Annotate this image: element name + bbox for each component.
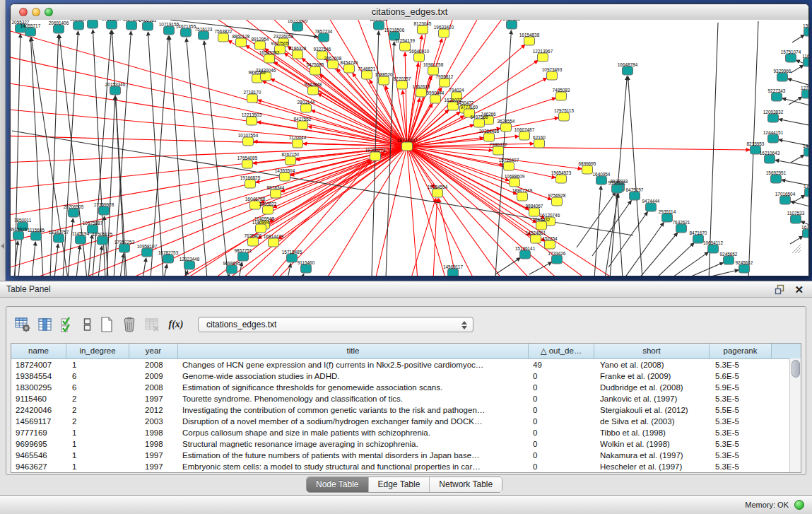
column-header[interactable]: △ out_de… — [529, 344, 594, 358]
graph-node[interactable] — [227, 265, 237, 274]
graph-node[interactable] — [271, 189, 281, 198]
graph-node[interactable] — [517, 192, 528, 201]
graph-node[interactable] — [374, 21, 384, 30]
graph-node[interactable] — [559, 112, 570, 121]
graph-node[interactable] — [301, 264, 312, 273]
selection-mode-icon[interactable] — [60, 317, 76, 332]
graph-node[interactable] — [269, 238, 279, 247]
graph-node[interactable] — [25, 28, 36, 36]
graph-node[interactable] — [119, 244, 130, 252]
graph-node[interactable] — [379, 76, 389, 85]
graph-node[interactable] — [771, 175, 782, 183]
graph-node[interactable] — [520, 250, 531, 259]
graph-node[interactable] — [676, 224, 687, 233]
graph-node[interactable] — [418, 25, 428, 34]
graph-node[interactable] — [242, 160, 253, 168]
graph-node[interactable] — [181, 28, 192, 37]
network-file-select[interactable]: citations_edges.txt — [198, 317, 473, 332]
create-column-icon[interactable] — [99, 317, 114, 332]
graph-node[interactable] — [142, 248, 153, 257]
resize-grip-icon[interactable] — [798, 250, 801, 253]
graph-node[interactable] — [531, 235, 541, 243]
table-row[interactable]: 1456911722003Disruption of a novel membe… — [11, 416, 801, 427]
graph-node[interactable] — [804, 58, 809, 66]
table-settings-icon[interactable] — [15, 317, 30, 332]
graph-node[interactable] — [439, 29, 449, 37]
graph-node[interactable] — [319, 33, 329, 42]
graph-node[interactable] — [286, 156, 296, 165]
column-header[interactable]: in_degree — [66, 344, 129, 358]
graph-node[interactable] — [739, 264, 750, 273]
graph-node[interactable] — [630, 192, 640, 200]
graph-node[interactable] — [308, 86, 319, 95]
graph-node[interactable] — [510, 178, 520, 187]
graph-node[interactable] — [88, 20, 98, 28]
graph-node[interactable] — [805, 188, 809, 197]
table-row[interactable]: 1830029562008Estimation of significance … — [11, 382, 801, 393]
graph-node[interactable] — [440, 78, 450, 87]
graph-node[interactable] — [218, 33, 229, 42]
graph-node[interactable] — [163, 255, 174, 263]
graph-node[interactable] — [791, 215, 801, 223]
float-panel-icon[interactable] — [775, 284, 785, 295]
graph-node[interactable] — [310, 66, 321, 75]
delete-columns-icon[interactable] — [122, 317, 137, 332]
window-titlebar[interactable]: citations_edges.txt — [11, 4, 808, 21]
citation-graph[interactable]: 1872400775638228860128891295423226058932… — [11, 20, 808, 276]
table-row[interactable]: 1938455462009Genome-wide association stu… — [11, 370, 801, 382]
graph-node[interactable] — [430, 95, 441, 103]
graph-node[interactable] — [13, 231, 24, 240]
graph-node[interactable] — [556, 92, 567, 100]
graph-node[interactable] — [545, 240, 555, 249]
graph-node[interactable] — [474, 119, 485, 127]
graph-node[interactable] — [344, 64, 355, 73]
graph-node[interactable] — [370, 152, 381, 160]
graph-node[interactable] — [768, 114, 779, 122]
graph-node[interactable] — [529, 208, 540, 216]
graph-node[interactable] — [107, 21, 117, 29]
graph-node[interactable] — [765, 155, 775, 163]
graph-node[interactable] — [804, 148, 809, 156]
table-row[interactable]: 1872400712008Changes of HCN gene express… — [11, 359, 801, 370]
splitter-handle-icon[interactable] — [1, 243, 4, 249]
graph-node[interactable] — [804, 28, 809, 36]
graph-node[interactable] — [263, 206, 273, 214]
vertical-scrollbar[interactable] — [789, 358, 801, 472]
table-row[interactable]: 911546021997Tourette syndrome. Phenomeno… — [11, 393, 801, 404]
graph-node[interactable] — [556, 175, 567, 183]
tab-node-table[interactable]: Node Table — [307, 477, 368, 492]
graph-node[interactable] — [777, 73, 788, 81]
table-row[interactable]: 946554611997Estimation of the future num… — [11, 450, 801, 461]
graph-node[interactable] — [693, 235, 704, 243]
graph-node[interactable] — [582, 165, 593, 174]
graph-node[interactable] — [802, 90, 809, 98]
network-canvas[interactable]: 1872400775638228860128891295423226058932… — [11, 20, 808, 276]
graph-node[interactable] — [402, 142, 413, 151]
tab-edge-table[interactable]: Edge Table — [368, 477, 430, 492]
column-header[interactable]: short — [594, 344, 710, 358]
graph-node[interactable] — [245, 180, 256, 188]
scrollbar-thumb[interactable] — [792, 360, 800, 378]
column-header[interactable]: name — [11, 344, 66, 358]
graph-node[interactable] — [504, 162, 514, 170]
graph-node[interactable] — [484, 133, 495, 141]
graph-node[interactable] — [184, 261, 195, 269]
table-row[interactable]: 977716911998Corpus callosum shape and si… — [11, 427, 801, 438]
graph-node[interactable] — [780, 196, 791, 204]
graph-node[interactable] — [803, 229, 809, 238]
graph-node[interactable] — [448, 269, 459, 276]
graph-node[interactable] — [724, 256, 734, 264]
graph-node[interactable] — [414, 53, 425, 62]
graph-node[interactable] — [493, 146, 504, 155]
graph-node[interactable] — [662, 214, 673, 222]
table-row[interactable]: 946362711997Embryonic stem cells: a mode… — [11, 461, 801, 472]
graph-node[interactable] — [280, 173, 290, 181]
column-header[interactable]: year — [129, 344, 178, 358]
graph-node[interactable] — [524, 37, 535, 45]
graph-node[interactable] — [519, 132, 530, 140]
graph-node[interactable] — [293, 23, 303, 31]
column-header[interactable]: pagerank — [710, 344, 772, 358]
tab-network-table[interactable]: Network Table — [429, 477, 502, 492]
graph-node[interactable] — [110, 86, 121, 95]
graph-node[interactable] — [507, 21, 517, 29]
